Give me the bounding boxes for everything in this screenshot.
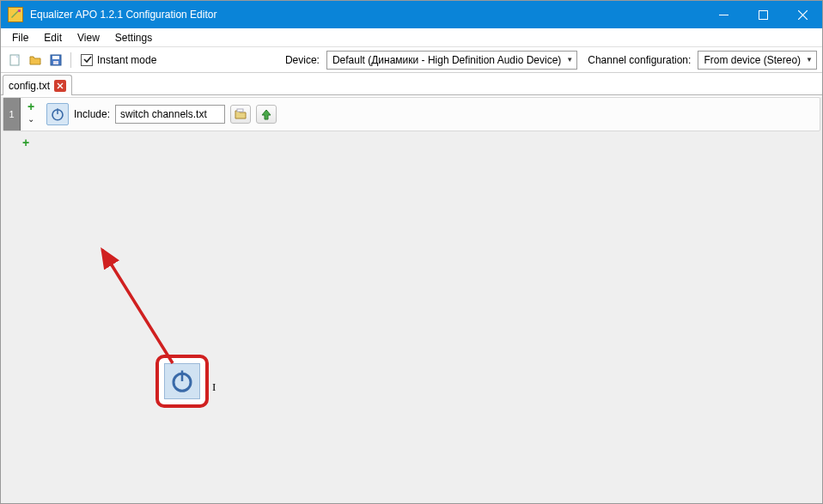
save-icon[interactable] (47, 52, 64, 69)
editor-area: 1 + ⌄ Include: + (1, 97, 822, 504)
channel-cfg-label: Channel configuration: (588, 54, 691, 66)
up-level-button[interactable] (256, 105, 277, 124)
channel-cfg-value: From device (Stereo) (704, 54, 801, 66)
menu-edit[interactable]: Edit (36, 30, 70, 46)
device-label: Device: (285, 54, 320, 66)
menu-file[interactable]: File (4, 30, 36, 46)
svg-rect-6 (53, 61, 58, 64)
svg-rect-2 (759, 10, 767, 19)
add-row-button-2[interactable]: + (20, 137, 32, 149)
tab-close-button[interactable] (54, 80, 66, 92)
window-title: Equalizer APO 1.2.1 Configuration Editor (30, 9, 704, 21)
add-row-button[interactable]: + (25, 100, 37, 112)
toolbar-separator (70, 52, 71, 68)
device-dropdown[interactable]: Default (Динамики - High Definition Audi… (326, 51, 577, 70)
svg-rect-1 (719, 15, 729, 15)
instant-mode-label: Instant mode (97, 54, 156, 66)
instant-mode-checkbox-wrap[interactable]: Instant mode (81, 54, 156, 66)
svg-rect-0 (18, 9, 21, 12)
channel-cfg-dropdown[interactable]: From device (Stereo) ▼ (698, 51, 817, 70)
device-value: Default (Динамики - High Definition Audi… (332, 54, 561, 66)
minimize-button[interactable] (704, 1, 743, 28)
toolbar: Instant mode Device: Default (Динамики -… (1, 47, 822, 73)
power-icon-zoom (164, 363, 200, 399)
new-file-icon[interactable] (6, 52, 23, 69)
app-icon (8, 7, 23, 22)
svg-rect-8 (57, 108, 58, 114)
row-number: 1 (3, 98, 21, 131)
include-path-input[interactable] (115, 105, 225, 124)
editor-row: 1 + ⌄ Include: (3, 97, 820, 131)
svg-line-12 (102, 250, 173, 363)
chevron-down-icon: ▼ (806, 56, 813, 64)
menubar: File Edit View Settings (1, 28, 822, 47)
expand-row-icon[interactable]: ⌄ (27, 114, 34, 124)
instant-mode-checkbox[interactable] (81, 54, 93, 66)
tabbar: config.txt (1, 73, 822, 95)
menu-settings[interactable]: Settings (107, 30, 160, 46)
annotation-callout (155, 355, 209, 408)
chevron-down-icon: ▼ (566, 56, 573, 64)
menu-view[interactable]: View (70, 30, 107, 46)
titlebar: Equalizer APO 1.2.1 Configuration Editor (1, 1, 822, 28)
close-button[interactable] (783, 1, 822, 28)
svg-rect-5 (52, 56, 59, 59)
tab-config[interactable]: config.txt (3, 75, 72, 95)
text-cursor-icon: I (212, 380, 216, 394)
svg-rect-9 (237, 109, 243, 112)
svg-rect-11 (181, 371, 184, 382)
open-include-file-button[interactable] (230, 105, 251, 124)
maximize-button[interactable] (743, 1, 783, 28)
power-toggle-button[interactable] (46, 103, 69, 125)
tab-label: config.txt (9, 80, 50, 92)
open-folder-icon[interactable] (27, 52, 44, 69)
include-label: Include: (74, 108, 110, 120)
